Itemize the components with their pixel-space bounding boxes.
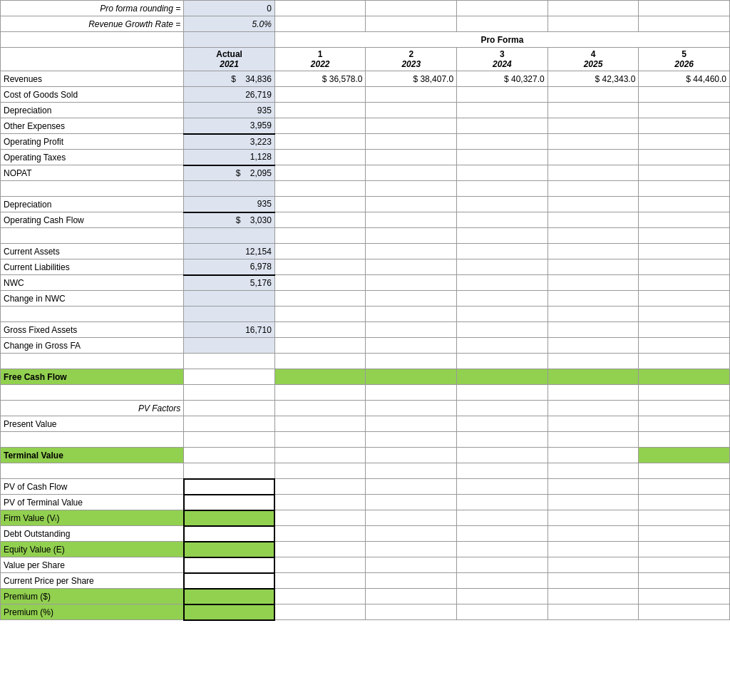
year-headers-row: Actual 2021 1 2022 2 2023 3 2024 4 2025 …: [1, 48, 730, 71]
ev-pf2: [366, 542, 457, 557]
pvf-pf1: [274, 401, 366, 416]
cnwc-pf1: [274, 291, 366, 307]
empty: [1, 385, 184, 401]
pv-terminal-value[interactable]: [184, 495, 275, 510]
fv-pf2: [366, 510, 457, 526]
pv-cf-pf2: [366, 479, 457, 495]
operating-cf-label: Operating Cash Flow: [1, 212, 184, 228]
pro-forma-title: Pro Forma: [274, 32, 729, 48]
empty: [1, 463, 184, 479]
revenues-pf5: $ 44,460.0: [639, 71, 730, 87]
premium-pct-row: Premium (%): [1, 604, 730, 620]
vps-pf1: [274, 557, 366, 573]
premium-dollar-value[interactable]: [184, 589, 275, 604]
value-per-share-value[interactable]: [184, 557, 275, 573]
empty: [639, 463, 730, 479]
pvf-pf2: [366, 401, 457, 416]
fv-pf5: [639, 510, 730, 526]
depreciation1-row: Depreciation 935: [1, 103, 730, 118]
col1-header: 1 2022: [274, 48, 366, 71]
empty-row-4: [1, 354, 730, 369]
cogs-pf1: [274, 87, 366, 103]
pro-forma-rounding-label: Pro forma rounding =: [1, 1, 184, 16]
empty: [457, 432, 548, 448]
pv-terminal-row: PV of Terminal Value: [1, 495, 730, 510]
empty: [184, 432, 275, 448]
cogs-row: Cost of Goods Sold 26,719: [1, 87, 730, 103]
pv-pf1: [274, 416, 366, 432]
dep2-pf4: [548, 197, 639, 212]
pro-forma-rounding-row: Pro forma rounding = 0: [1, 1, 730, 16]
revenues-dollar: $: [231, 74, 236, 84]
empty: [548, 463, 639, 479]
empty: [639, 16, 730, 32]
dep2-pf1: [274, 197, 366, 212]
ca-pf2: [366, 244, 457, 259]
cp-pf1: [274, 573, 366, 589]
oe-pf3: [457, 118, 548, 134]
dep2-pf2: [366, 197, 457, 212]
nopat-row: NOPAT $ 2,095: [1, 165, 730, 181]
premium-pct-value[interactable]: [184, 604, 275, 620]
pv-cf-value[interactable]: [184, 479, 275, 495]
vps-pf4: [548, 557, 639, 573]
operating-taxes-label: Operating Taxes: [1, 150, 184, 165]
firm-value-value[interactable]: [184, 510, 275, 526]
premium-dollar-row: Premium ($): [1, 589, 730, 604]
op-pf1: [274, 134, 366, 150]
tv-pf2: [366, 448, 457, 463]
pv-tv-pf2: [366, 495, 457, 510]
empty: [1, 228, 184, 244]
nopat-pf3: [457, 165, 548, 181]
pv-terminal-label: PV of Terminal Value: [1, 495, 184, 510]
nopat-label: NOPAT: [1, 165, 184, 181]
empty: [1, 432, 184, 448]
actual-header: Actual 2021: [184, 48, 275, 71]
debt-outstanding-value[interactable]: [184, 526, 275, 542]
nopat-pf2: [366, 165, 457, 181]
empty: [548, 307, 639, 322]
change-gross-fa-label: Change in Gross FA: [1, 338, 184, 354]
fv-pf4: [548, 510, 639, 526]
fcf-pf4: [548, 369, 639, 385]
revenues-pf2: $ 38,407.0: [366, 71, 457, 87]
empty: [184, 228, 275, 244]
pvf-pf5: [639, 401, 730, 416]
current-assets-label: Current Assets: [1, 244, 184, 259]
pv-tv-pf5: [639, 495, 730, 510]
oe-pf5: [639, 118, 730, 134]
current-liabilities-value: 6,978: [184, 259, 275, 275]
oe-pf2: [366, 118, 457, 134]
col4-header: 4 2025: [548, 48, 639, 71]
current-assets-value: 12,154: [184, 244, 275, 259]
ocf-pf3: [457, 212, 548, 228]
gross-fa-value: 16,710: [184, 322, 275, 338]
firm-value-label: Firm Value (Vₗ): [1, 510, 184, 526]
col3-header: 3 2024: [457, 48, 548, 71]
pv-pf4: [548, 416, 639, 432]
cogs-pf4: [548, 87, 639, 103]
revenues-label: Revenues: [1, 71, 184, 87]
op-pf2: [366, 134, 457, 150]
cnwc-pf2: [366, 291, 457, 307]
dep2-pf3: [457, 197, 548, 212]
pv-cf-pf3: [457, 479, 548, 495]
cgfa-pf1: [274, 338, 366, 354]
empty-row-2: [1, 228, 730, 244]
gross-fa-row: Gross Fixed Assets 16,710: [1, 322, 730, 338]
equity-value-value[interactable]: [184, 542, 275, 557]
empty-row-1: [1, 181, 730, 197]
empty: [457, 1, 548, 16]
fcf-pf2: [366, 369, 457, 385]
cl-pf1: [274, 259, 366, 275]
do-pf4: [548, 526, 639, 542]
empty: [639, 354, 730, 369]
empty: [457, 385, 548, 401]
change-gross-fa-value: [184, 338, 275, 354]
tv-pf4: [548, 448, 639, 463]
revenues-actual: $ 34,836: [184, 71, 275, 87]
empty: [366, 432, 457, 448]
current-price-value[interactable]: [184, 573, 275, 589]
revenues-value: 34,836: [245, 74, 272, 84]
empty: [274, 354, 366, 369]
